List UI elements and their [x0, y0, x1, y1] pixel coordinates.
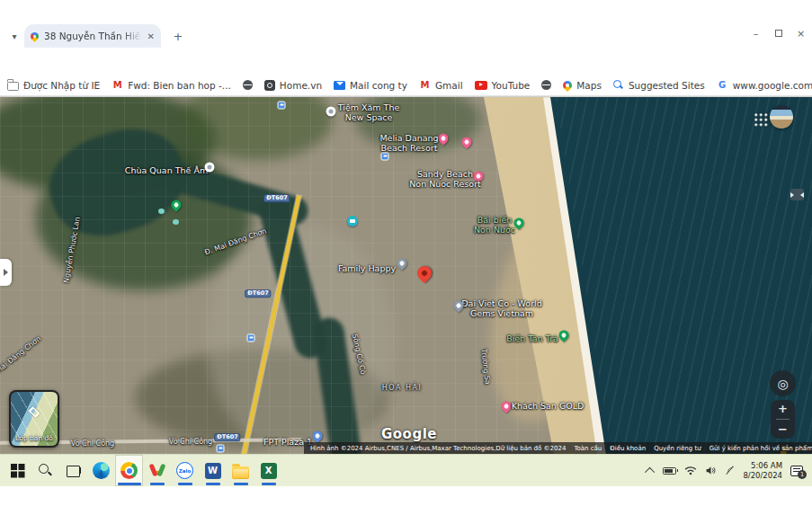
taskbar-excel[interactable]: X — [254, 455, 282, 486]
map-layers-button[interactable]: Lớp bản đồ — [9, 390, 59, 448]
taskbar-edge[interactable] — [87, 455, 115, 486]
tray-overflow-chevron-icon[interactable] — [645, 466, 655, 476]
my-location-button[interactable]: ◎ — [770, 370, 796, 396]
pin-pink[interactable] — [460, 135, 474, 149]
camera[interactable] — [347, 216, 358, 226]
bookmark-globe-1[interactable] — [243, 80, 253, 90]
pin-blue[interactable] — [310, 429, 325, 443]
poi-family-happy-pin[interactable] — [397, 259, 407, 269]
taskbar-zalo[interactable]: Zalo — [171, 455, 199, 486]
transit-stop-3[interactable] — [247, 334, 255, 342]
taskbar-chrome[interactable] — [115, 455, 143, 486]
poi-bien-tan-tra-pin[interactable] — [559, 331, 569, 341]
bus[interactable] — [381, 153, 389, 161]
zoom-out-button[interactable]: − — [778, 422, 788, 437]
wifi-icon[interactable] — [684, 462, 697, 479]
poi-chua-pin[interactable] — [205, 163, 215, 173]
poi-fpt-plaza-pin[interactable] — [313, 431, 323, 441]
pin-gray[interactable] — [395, 256, 409, 271]
active-tab[interactable]: 38 Nguyễn Thần Hiến - Google ✕ — [24, 24, 161, 48]
poi-family-happy[interactable]: Family Happy — [338, 264, 396, 274]
bus[interactable] — [278, 102, 286, 110]
pin-white[interactable] — [326, 107, 336, 117]
bookmark-mail-cong-ty[interactable]: Mail cong ty — [334, 80, 407, 91]
side-panel-expand-button[interactable] — [0, 259, 12, 286]
photo-sphere-icon[interactable] — [347, 216, 358, 226]
bookmark-globe-2[interactable] — [541, 80, 551, 90]
bookmark-imported-from-ie[interactable]: Được Nhập từ IE — [7, 80, 100, 91]
pin-green[interactable] — [512, 216, 526, 230]
poi-khach-san-gold[interactable]: Khách San GOLD — [512, 402, 584, 412]
close-button[interactable]: × — [790, 22, 812, 44]
poi-dai-viet-co-pin[interactable] — [454, 301, 464, 311]
bookmark-home-vn[interactable]: Home.vn — [264, 80, 322, 91]
action-center-icon[interactable]: 1 — [790, 466, 803, 476]
bookmark-youtube[interactable]: YouTube — [475, 80, 531, 91]
poi-park-pin[interactable] — [172, 200, 182, 210]
zoom-in-button[interactable]: + — [778, 402, 788, 416]
poi-melia-danang-text: Melia Danang Beach Resort — [379, 134, 438, 154]
start-button[interactable] — [4, 455, 31, 486]
map-attribution-bar: Hình ảnh ©2024 Airbus,CNES / Airbus,Maxa… — [304, 442, 812, 454]
new-tab-button[interactable]: + — [170, 28, 186, 44]
poi-sandy-beach[interactable]: Sandy Beach Non Nuoc Resort — [409, 170, 481, 190]
taskbar-v-app[interactable] — [143, 455, 171, 486]
running-indicator — [206, 483, 220, 485]
route-badge-dt607-2-text: ĐT607 — [245, 289, 271, 297]
poi-melia-pin-2[interactable] — [462, 138, 472, 147]
bus[interactable] — [247, 334, 255, 342]
maximize-button[interactable] — [767, 22, 790, 44]
attribution-link-1[interactable]: Điều khoản — [610, 445, 646, 452]
bookmark-gmail[interactable]: MGmail — [419, 79, 463, 91]
pin-gray[interactable] — [451, 298, 466, 313]
collapse-panel-icon[interactable] — [790, 189, 804, 200]
poi-chua-quan-the-am[interactable]: Chùa Quan Thế Âm — [125, 166, 208, 176]
google-apps-grid-icon[interactable] — [754, 112, 768, 127]
account-avatar[interactable] — [770, 105, 793, 129]
taskbar-search[interactable] — [31, 455, 59, 486]
pin-green[interactable] — [169, 198, 183, 212]
poi-bai-bien-non-nuoc[interactable]: Bãi biển Non Nước — [474, 216, 515, 235]
pen-input-icon[interactable] — [725, 462, 735, 479]
poi-dai-viet-co[interactable]: Đai Viet Co - World Gems Vietnam — [461, 299, 542, 319]
attribution-link-3[interactable]: Gửi ý kiến phản hồi về sản phẩm — [709, 445, 812, 452]
tray-clock[interactable]: 5:06 AM 8/20/2024 — [743, 461, 782, 480]
bookmark-www-google-com[interactable]: Gwww.google.com — [717, 79, 812, 91]
imagery-attribution: Hình ảnh ©2024 Airbus,CNES / Airbus,Maxa… — [310, 445, 566, 452]
bookmark-maps[interactable]: Maps — [563, 80, 602, 91]
destination-marker[interactable] — [417, 266, 432, 280]
folder-explorer-icon — [232, 466, 249, 479]
minimize-button[interactable]: – — [745, 22, 767, 44]
volume-icon[interactable] — [705, 462, 717, 479]
attribution-link-2[interactable]: Quyền riêng tư — [654, 445, 700, 452]
google-maps-satellite-view[interactable]: Tiệm Xăm The New SpaceMelia Danang Beach… — [0, 96, 812, 454]
bookmark-suggested-sites[interactable]: Suggested Sites — [613, 80, 705, 91]
poi-melia-pin-1[interactable] — [439, 134, 449, 144]
taskview-icon — [65, 462, 83, 480]
bus[interactable] — [217, 445, 225, 453]
task-view-button[interactable] — [59, 455, 87, 486]
marker-red[interactable] — [415, 263, 435, 284]
pin-green[interactable] — [557, 328, 571, 342]
poi-bai-bien-pin[interactable] — [514, 218, 524, 228]
bookmark-mail-cong-ty-label: Mail cong ty — [350, 80, 407, 91]
attribution-link-0[interactable]: Toàn cầu — [574, 445, 602, 452]
poi-melia-danang[interactable]: Melia Danang Beach Resort — [379, 134, 438, 154]
poi-tiem-xam[interactable]: Tiệm Xăm The New Space — [338, 103, 400, 123]
poi-khach-san-gold-pin[interactable] — [502, 402, 512, 412]
transit-stop-4[interactable] — [217, 445, 225, 453]
transit-stop-1[interactable] — [381, 153, 389, 161]
poi-bien-tan-tra[interactable]: Biển Tân Trà — [506, 334, 558, 344]
transit-stop-2[interactable] — [278, 102, 286, 110]
battery-icon[interactable] — [663, 467, 676, 475]
tab-search-chevron-icon[interactable]: ▾ — [6, 28, 22, 44]
pin-white[interactable] — [205, 163, 215, 173]
running-indicator — [150, 483, 165, 485]
poi-tiem-xam-pin[interactable] — [326, 107, 336, 117]
tab-close-icon[interactable]: ✕ — [147, 31, 155, 41]
gmail-icon: M — [419, 79, 431, 91]
taskbar-word[interactable]: W — [199, 455, 227, 486]
bookmark-fwd-bien-ban-hop[interactable]: MFwd: Bien ban hop -... — [112, 79, 231, 91]
bookmark-youtube-label: YouTube — [492, 80, 531, 91]
taskbar-file-explorer[interactable] — [227, 455, 254, 486]
